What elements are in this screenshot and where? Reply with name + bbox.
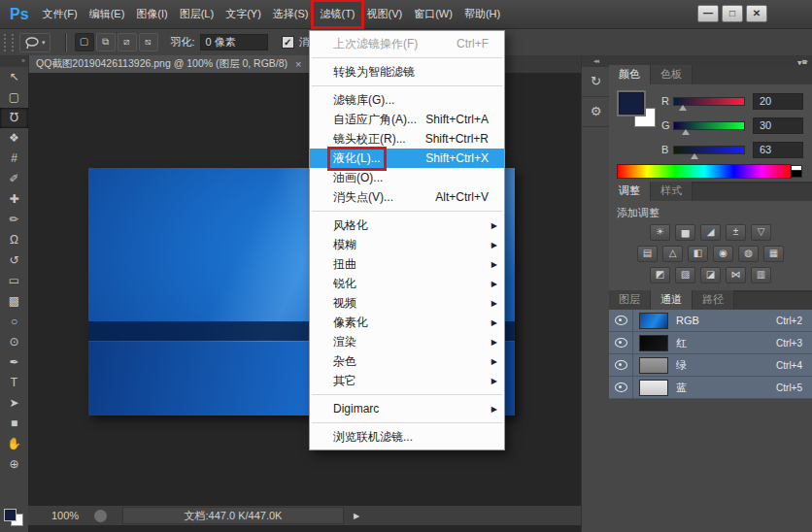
adjustments-panel-tab[interactable]: 调整 [609, 182, 651, 201]
visibility-eye-icon[interactable] [615, 382, 627, 392]
channel-row[interactable]: 红 Ctrl+3 [609, 332, 812, 354]
panel-menu-icon[interactable]: ▾≡ [797, 58, 808, 67]
foreground-background-swatches[interactable] [4, 509, 23, 526]
pen-tool[interactable]: ✒ [0, 352, 28, 373]
tool-preset-picker[interactable]: ▾ [19, 33, 51, 52]
maximize-button[interactable]: □ [722, 5, 743, 22]
filter-menu-item[interactable]: 锐化 ▶ [310, 274, 504, 293]
invert-icon[interactable]: ◩ [650, 267, 670, 283]
filter-menu-item[interactable]: 转换为智能滤镜 [310, 62, 504, 82]
color-lookup-icon[interactable]: ▦ [763, 246, 784, 262]
filter-menu-item[interactable] [312, 211, 502, 212]
levels-icon[interactable]: ▅ [675, 224, 695, 241]
history-panel-button[interactable]: ↻ [582, 67, 610, 97]
gradient-map-icon[interactable]: ⋈ [726, 267, 746, 283]
menubar-item[interactable]: 窗口(W) [408, 2, 458, 26]
filter-menu-item[interactable] [312, 57, 502, 58]
channel-row[interactable]: RGB Ctrl+2 [609, 310, 812, 332]
collapse-arrows-icon[interactable]: » [0, 55, 28, 67]
brush-tool[interactable]: ✏ [0, 210, 28, 230]
filter-menu-item[interactable]: 滤镜库(G)... [310, 90, 504, 110]
channel-row[interactable]: 蓝 Ctrl+5 [609, 377, 812, 399]
channels-panel-tab[interactable]: 通道 [651, 290, 693, 310]
filter-menu-item[interactable]: Digimarc ▶ [310, 399, 504, 418]
visibility-eye-icon[interactable] [615, 360, 627, 370]
quick-selection-tool[interactable]: ❖ [0, 128, 28, 149]
color-panel-tab[interactable]: 颜色 [609, 65, 651, 84]
filter-menu-item[interactable]: 浏览联机滤镜... [310, 427, 504, 447]
foreground-color-swatch[interactable] [4, 509, 17, 521]
document-tab[interactable]: QQ截图20190426113926.png @ 100% (图层 0, RGB… [28, 55, 311, 73]
color-slider-thumb[interactable] [682, 129, 690, 135]
rectangle-tool[interactable]: ■ [0, 414, 28, 434]
filter-menu-item[interactable]: 其它 ▶ [310, 371, 504, 390]
filter-menu-item[interactable]: 扭曲 ▶ [310, 254, 504, 274]
filter-menu-item[interactable]: 像素化 ▶ [310, 313, 504, 332]
channel-mixer-icon[interactable]: ◍ [738, 246, 759, 262]
color-slider-track[interactable] [673, 121, 745, 130]
channel-value-input[interactable]: 30 [753, 117, 803, 134]
channel-value-input[interactable]: 20 [753, 93, 803, 110]
dodge-tool[interactable]: ⊙ [0, 332, 28, 352]
brightness-contrast-icon[interactable]: ☀ [650, 224, 670, 241]
crop-tool[interactable]: # [0, 149, 28, 169]
filter-menu-item[interactable] [312, 422, 502, 423]
visibility-eye-icon[interactable] [615, 338, 627, 348]
filter-menu-item[interactable]: 风格化 ▶ [310, 216, 504, 235]
filter-menu-item[interactable]: 自适应广角(A)... Shift+Ctrl+A [310, 110, 504, 129]
color-slider-thumb[interactable] [691, 153, 698, 159]
channels-panel-tab[interactable]: 路径 [693, 290, 734, 310]
move-tool[interactable]: ↖ [0, 67, 28, 87]
menubar-item[interactable]: 滤镜(T) [314, 2, 360, 26]
color-slider-thumb[interactable] [679, 105, 687, 111]
vibrance-icon[interactable]: ▽ [751, 224, 771, 241]
antialias-checkbox[interactable]: ✓ [282, 36, 294, 49]
foreground-color-well[interactable] [619, 92, 644, 115]
eraser-tool[interactable]: ▭ [0, 271, 28, 291]
color-panel-tab[interactable]: 色板 [651, 65, 693, 84]
filter-menu-item[interactable]: 上次滤镜操作(F) Ctrl+F [310, 34, 504, 53]
expand-dock-icon[interactable]: ◂◂ [582, 55, 610, 67]
hand-tool[interactable]: ✋ [0, 434, 28, 454]
menubar-item[interactable]: 文字(Y) [220, 2, 267, 26]
zoom-level[interactable]: 100% [51, 510, 94, 521]
channel-value-input[interactable]: 63 [753, 142, 803, 158]
eyedropper-tool[interactable]: ✐ [0, 169, 28, 189]
status-options-arrow-icon[interactable]: ▶ [354, 512, 359, 520]
filter-menu-item[interactable]: 杂色 ▶ [310, 351, 504, 371]
exposure-icon[interactable]: ± [726, 224, 746, 241]
selective-color-icon[interactable]: ▥ [751, 267, 771, 283]
adjustments-panel-tab[interactable]: 样式 [651, 182, 693, 201]
menubar-item[interactable]: 选择(S) [267, 2, 315, 26]
color-slider-track[interactable] [673, 146, 745, 154]
close-button[interactable]: ✕ [746, 5, 767, 22]
photo-filter-icon[interactable]: ◉ [713, 246, 733, 262]
marquee-tool[interactable]: ▢ [0, 87, 28, 108]
properties-panel-button[interactable]: ⚙ [582, 97, 610, 127]
menubar-item[interactable]: 视图(V) [361, 2, 409, 26]
lasso-tool[interactable]: ℧ [0, 108, 28, 128]
filter-menu-item[interactable]: 液化(L)... Shift+Ctrl+X [310, 149, 504, 168]
new-selection-button[interactable]: ▢ [75, 33, 94, 51]
menubar-item[interactable]: 帮助(H) [458, 2, 506, 26]
blur-tool[interactable]: ○ [0, 312, 28, 332]
intersect-selection-button[interactable]: ⧅ [139, 33, 158, 51]
filter-menu-item[interactable]: 消失点(V)... Alt+Ctrl+V [310, 187, 504, 207]
menubar-item[interactable]: 图像(I) [130, 2, 173, 26]
clone-stamp-tool[interactable]: Ω [0, 230, 28, 250]
visibility-eye-icon[interactable] [615, 316, 627, 325]
filter-menu-item[interactable] [312, 394, 502, 395]
menubar-item[interactable]: 编辑(E) [84, 2, 131, 26]
history-brush-tool[interactable]: ↺ [0, 250, 28, 271]
filter-menu-item[interactable]: 渲染 ▶ [310, 332, 504, 351]
filter-menu-item[interactable]: 油画(O)... [310, 168, 504, 187]
hue-saturation-icon[interactable]: ▤ [637, 246, 658, 262]
type-tool[interactable]: T [0, 373, 28, 393]
curves-icon[interactable]: ◢ [700, 224, 721, 241]
filter-menu-item[interactable]: 视频 ▶ [310, 293, 504, 313]
menubar-item[interactable]: 文件(F) [37, 2, 84, 26]
feather-input[interactable]: 0 像素 [200, 34, 268, 50]
healing-brush-tool[interactable]: ✚ [0, 189, 28, 210]
menubar-item[interactable]: 图层(L) [174, 2, 220, 26]
color-slider-track[interactable] [673, 97, 745, 106]
